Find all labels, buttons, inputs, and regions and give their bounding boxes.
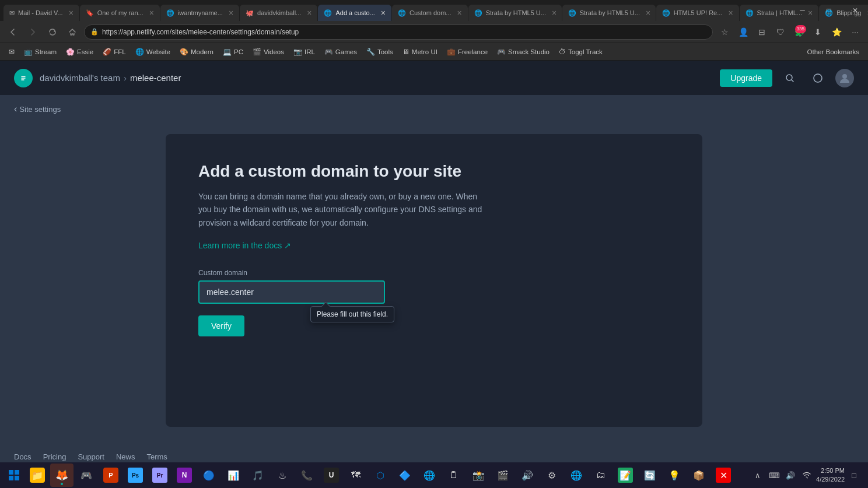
taskbar-app-photoshop[interactable]: Ps <box>124 464 147 487</box>
tab-html5up[interactable]: 🌐 HTML5 UP! Re... × <box>656 5 739 21</box>
footer-news-link[interactable]: News <box>116 452 135 461</box>
minimize-button[interactable]: ─ <box>789 2 816 19</box>
tab-close-icon[interactable]: × <box>646 9 650 17</box>
taskbar-app-premiere[interactable]: Pr <box>148 464 172 487</box>
tab-strata2[interactable]: 🌐 Strata by HTML5 U... × <box>562 5 656 21</box>
tab-close-icon[interactable]: × <box>552 9 556 17</box>
footer-terms-link[interactable]: Terms <box>146 452 167 461</box>
verify-button[interactable]: Verify <box>198 315 244 336</box>
footer-pricing-link[interactable]: Pricing <box>43 452 66 461</box>
extensions-button[interactable]: 🧩 335 <box>791 24 807 40</box>
address-bar[interactable]: 🔒 https://app.netlify.com/sites/melee-ce… <box>84 24 713 40</box>
bookmark-freelance[interactable]: 💼 Freelance <box>443 47 492 57</box>
taskbar-app-video[interactable]: 🎬 <box>491 464 514 487</box>
bookmark-toggl[interactable]: ⏱ Toggl Track <box>555 47 607 57</box>
tab-close-icon[interactable]: × <box>728 9 733 17</box>
tab-close-icon[interactable]: × <box>69 9 74 17</box>
taskbar-app-browser[interactable]: 🌐 <box>418 464 441 487</box>
taskbar-app-map[interactable]: 🗺 <box>344 464 368 487</box>
taskbar-app-sound[interactable]: 🔊 <box>516 464 539 487</box>
taskbar-app-package[interactable]: 📦 <box>687 464 710 487</box>
close-button[interactable]: ✕ <box>842 2 868 19</box>
other-bookmarks[interactable]: Other Bookmarks <box>803 47 863 57</box>
downloads-button[interactable]: ⬇ <box>810 24 826 40</box>
taskbar-app-idea[interactable]: 💡 <box>663 464 686 487</box>
back-link[interactable]: ‹ Site settings <box>14 104 854 114</box>
tab-custom-dom[interactable]: 🌐 Custom dom... × <box>392 5 468 21</box>
bookmark-essie[interactable]: 🌸 Essie <box>62 47 97 57</box>
taskbar-app-steam[interactable]: ♨ <box>271 464 294 487</box>
taskbar-app-firefox[interactable]: 🦊 <box>50 464 74 487</box>
taskbar-app-3[interactable]: 🎮 <box>75 464 98 487</box>
search-button[interactable] <box>779 68 800 89</box>
taskbar-app-camera[interactable]: 📸 <box>467 464 490 487</box>
taskbar-app-music[interactable]: 🎵 <box>246 464 270 487</box>
taskbar-app-close[interactable]: ✕ <box>712 464 735 487</box>
breadcrumb-site[interactable]: melee-center <box>130 73 181 83</box>
bookmark-pc[interactable]: 💻 PC <box>219 47 247 57</box>
taskbar-app-onenote[interactable]: N <box>173 464 196 487</box>
notification-center-button[interactable]: □ <box>847 468 861 482</box>
bookmark-modern[interactable]: 🎨 Modern <box>176 47 218 57</box>
show-hidden-icons-button[interactable]: ∧ <box>751 468 765 482</box>
footer-support-link[interactable]: Support <box>78 452 104 461</box>
profile-button[interactable]: 👤 <box>735 24 751 40</box>
user-avatar[interactable] <box>835 69 854 87</box>
home-button[interactable] <box>64 24 80 40</box>
taskbar-app-chart[interactable]: 📊 <box>222 464 245 487</box>
shield-button[interactable]: 🛡 <box>772 24 789 40</box>
tab-close-icon[interactable]: × <box>149 9 154 17</box>
volume-icon[interactable]: 🔊 <box>783 468 797 482</box>
custom-domain-input[interactable] <box>198 280 385 304</box>
bookmark-ffl[interactable]: 🏈 FFL <box>99 47 130 57</box>
taskbar-app-settings[interactable]: ⚙ <box>540 464 564 487</box>
taskbar-app-16[interactable]: 🔷 <box>393 464 416 487</box>
tab-github[interactable]: 🐙 davidvkimball... × <box>240 5 317 21</box>
breadcrumb-team[interactable]: davidvkimball's team <box>40 73 120 83</box>
taskbar-clock[interactable]: 2:50 PM 4/29/2022 <box>816 466 845 485</box>
footer-docs-link[interactable]: Docs <box>14 452 32 461</box>
bookmark-videos[interactable]: 🎬 Videos <box>249 47 288 57</box>
back-button[interactable] <box>5 24 21 40</box>
network-icon[interactable] <box>800 468 814 482</box>
collections-button[interactable]: ⊟ <box>754 24 770 40</box>
bookmark-website[interactable]: 🌐 Website <box>131 47 174 57</box>
restore-button[interactable]: ◻ <box>816 2 842 19</box>
docs-link[interactable]: Learn more in the docs ↗ <box>198 241 291 250</box>
taskbar-app-notepad[interactable]: 📝 <box>614 464 637 487</box>
bookmark-metro-ui[interactable]: 🖥 Metro UI <box>398 47 442 57</box>
taskbar-app-8[interactable]: 🔵 <box>197 464 220 487</box>
bookmark-tools[interactable]: 🔧 Tools <box>362 47 397 57</box>
favorites-button[interactable]: ⭐ <box>828 24 845 40</box>
tab-close-icon[interactable]: × <box>229 9 233 17</box>
bookmark-smack-studio[interactable]: 🎮 Smack Studio <box>493 47 554 57</box>
tab-iwant[interactable]: 🌐 iwantmyname... × <box>160 5 239 21</box>
taskbar-app-vscode[interactable]: ⬡ <box>369 464 392 487</box>
taskbar-app-folder[interactable]: 🗂 <box>589 464 612 487</box>
reload-button[interactable] <box>44 24 61 40</box>
taskbar-app-4[interactable]: P <box>99 464 123 487</box>
taskbar-app-unreal[interactable]: U <box>320 464 343 487</box>
notification-button[interactable] <box>807 68 828 89</box>
tab-close-icon[interactable]: × <box>457 9 461 17</box>
upgrade-button[interactable]: Upgrade <box>720 69 772 87</box>
taskbar-app-notes[interactable]: 🗒 <box>442 464 466 487</box>
keyboard-icon[interactable]: ⌨ <box>767 468 781 482</box>
taskbar-app-sync[interactable]: 🔄 <box>638 464 662 487</box>
tab-ran[interactable]: 🔖 One of my ran... × <box>80 5 160 21</box>
tab-close-icon[interactable]: × <box>307 9 312 17</box>
tab-add-custom[interactable]: 🌐 Add a custo... × <box>318 5 391 21</box>
bookmark-irl[interactable]: 📷 IRL <box>289 47 319 57</box>
bookmark-games[interactable]: 🎮 Games <box>320 47 361 57</box>
bookmark-mail[interactable]: ✉ <box>5 47 19 57</box>
more-button[interactable]: ··· <box>847 24 863 40</box>
taskbar-app-browser2[interactable]: 🌐 <box>565 464 588 487</box>
forward-button[interactable] <box>24 24 41 40</box>
taskbar-app-comms[interactable]: 📞 <box>295 464 318 487</box>
tab-close-icon[interactable]: × <box>381 9 386 17</box>
taskbar-app-file-explorer[interactable]: 📁 <box>26 464 49 487</box>
tab-mail[interactable]: ✉ Mail - David V... × <box>4 5 79 21</box>
windows-start-button[interactable] <box>2 464 26 487</box>
tab-strata1[interactable]: 🌐 Strata by HTML5 U... × <box>468 5 562 21</box>
bookmark-star-button[interactable]: ☆ <box>716 24 733 40</box>
